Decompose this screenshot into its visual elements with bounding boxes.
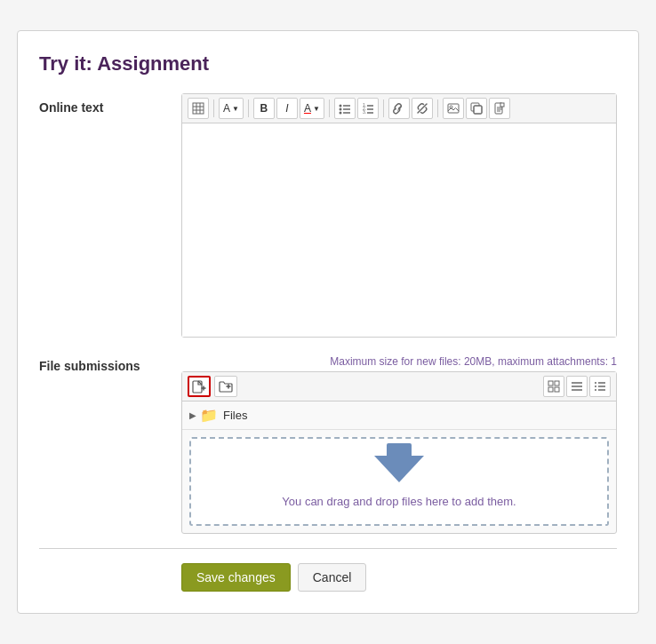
svg-rect-24	[500, 103, 504, 107]
svg-rect-18	[448, 104, 459, 113]
editor-body[interactable]	[182, 123, 616, 337]
sep4	[383, 99, 384, 117]
editor-wrapper: A ▼ B I A ▼	[181, 93, 617, 338]
svg-point-5	[339, 105, 341, 107]
page-title: Try it: Assignment	[39, 52, 617, 76]
file-info-bar: Maximum size for new files: 20MB, maximu…	[181, 355, 617, 368]
sep3	[329, 99, 330, 117]
font-size-btn[interactable]: A ▼	[219, 98, 244, 119]
svg-text:3.: 3.	[363, 109, 366, 115]
file-manager: ▶ 📁 Files You can drag and drop files he…	[181, 371, 617, 534]
svg-rect-35	[548, 387, 553, 392]
sep1	[213, 99, 214, 117]
online-text-row: Online text A	[39, 93, 617, 338]
svg-point-7	[339, 112, 341, 115]
file-tree-row[interactable]: ▶ 📁 Files	[182, 402, 616, 430]
file-submissions-row: File submissions Maximum size for new fi…	[39, 352, 617, 534]
font-color-arrow: ▼	[313, 105, 320, 113]
file-submissions-label: File submissions	[39, 352, 181, 534]
bold-btn[interactable]: B	[253, 98, 275, 119]
view-grid-btn[interactable]	[543, 376, 564, 397]
view-detail-btn[interactable]	[589, 376, 611, 397]
divider	[39, 548, 617, 549]
add-folder-btn[interactable]	[214, 376, 237, 397]
file-manager-toolbar	[182, 372, 616, 402]
font-size-label: A	[223, 102, 230, 115]
table-icon-btn[interactable]	[188, 98, 209, 119]
svg-rect-36	[555, 387, 559, 392]
online-text-editor-wrapper: A ▼ B I A ▼	[181, 93, 617, 338]
sep2	[248, 99, 249, 117]
italic-label: I	[285, 102, 288, 115]
svg-rect-33	[548, 381, 553, 386]
bold-label: B	[260, 102, 268, 115]
view-list-btn[interactable]	[566, 376, 588, 397]
cancel-button[interactable]: Cancel	[298, 563, 367, 592]
save-changes-button[interactable]: Save changes	[181, 563, 291, 592]
folder-icon: 📁	[200, 407, 218, 424]
bullet-list-btn[interactable]	[334, 98, 356, 119]
image-btn[interactable]	[443, 98, 464, 119]
main-container: Try it: Assignment Online text	[17, 30, 639, 614]
font-color-btn[interactable]: A ▼	[300, 98, 324, 119]
drop-arrow-icon	[374, 456, 424, 482]
drop-zone[interactable]: You can drag and drop files here to add …	[189, 437, 609, 526]
file-toolbar-left	[188, 376, 237, 397]
add-file-btn[interactable]	[188, 376, 211, 397]
ordered-list-btn[interactable]: 1. 2. 3.	[357, 98, 379, 119]
media-btn[interactable]	[466, 98, 487, 119]
drop-text: You can drag and drop files here to add …	[282, 495, 516, 508]
svg-point-6	[339, 108, 341, 111]
file-toolbar-right	[543, 376, 611, 397]
font-color-label: A	[304, 102, 311, 115]
editor-toolbar: A ▼ B I A ▼	[182, 94, 616, 123]
link-btn[interactable]	[388, 98, 410, 119]
online-text-label: Online text	[39, 93, 181, 338]
sep5	[437, 99, 438, 117]
svg-rect-34	[555, 381, 559, 386]
actions-row: Save changes Cancel	[39, 563, 617, 592]
unlink-btn[interactable]	[412, 98, 433, 119]
svg-rect-21	[474, 106, 482, 114]
folder-name: Files	[223, 409, 247, 422]
tree-expand-arrow: ▶	[189, 410, 196, 420]
document-btn[interactable]	[489, 98, 510, 119]
file-submissions-content: Maximum size for new files: 20MB, maximu…	[181, 355, 617, 534]
font-size-arrow: ▼	[232, 105, 239, 113]
italic-btn[interactable]: I	[276, 98, 298, 119]
svg-rect-0	[193, 103, 204, 114]
